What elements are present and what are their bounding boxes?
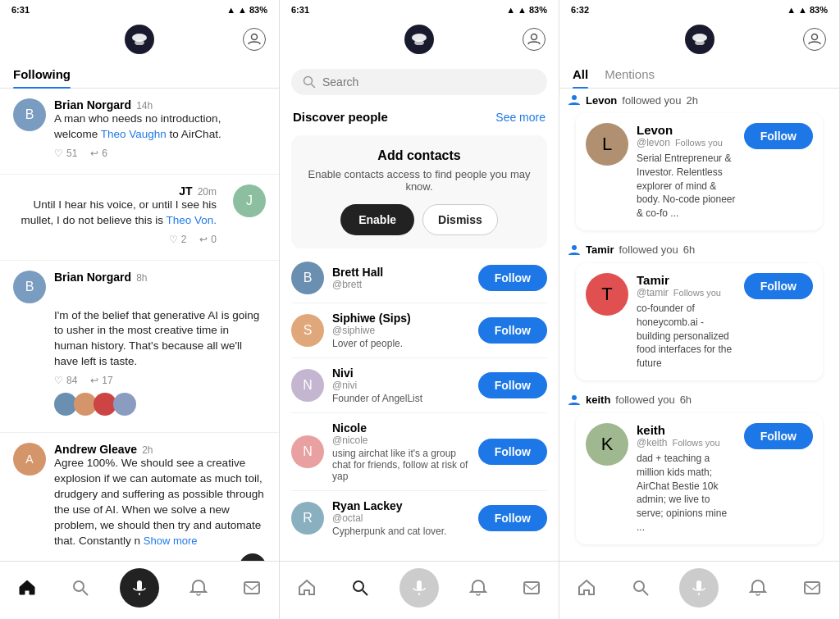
app-logo-1[interactable] (125, 25, 154, 54)
signal-icon-1: ▲ (226, 5, 235, 15)
post-1-meta: Brian Norgard 14h A man who needs no int… (54, 98, 266, 159)
show-more-btn[interactable]: Show more (144, 535, 198, 547)
post-1-link[interactable]: Theo Vaughn (101, 128, 167, 140)
search-nav-btn-3[interactable] (626, 573, 655, 603)
post-4: A Andrew Gleave 2h Agree 100%. We should… (0, 433, 279, 561)
profile-icon-3[interactable] (803, 28, 826, 51)
post-1-header: B Brian Norgard 14h A man who needs no i… (13, 98, 266, 159)
post-3-time: 8h (136, 272, 147, 284)
feed-scroll: B Brian Norgard 14h A man who needs no i… (0, 89, 279, 561)
post-2-link[interactable]: Theo Von. (166, 214, 217, 226)
notif-2-handle: @tamir (637, 287, 669, 298)
notif-3-handle-row: @keith Follows you (637, 437, 736, 448)
post-4-footer: ♡ 3 ↩ 0 (54, 553, 266, 561)
follow-brett-btn[interactable]: Follow (478, 265, 547, 291)
post-1-comments[interactable]: ↩ 6 (90, 148, 107, 159)
person-brett-handle: @brett (332, 279, 470, 290)
post-3-text: I'm of the belief that generative AI is … (54, 308, 266, 371)
post-1-likes[interactable]: ♡ 51 (54, 148, 77, 159)
tab-header-3: All Mentions (559, 61, 839, 89)
phone-following: 6:31 ▲ ▲ 83% Fol (0, 0, 280, 619)
person-ryan-info: Ryan Lackey @octal Cypherpunk and cat lo… (332, 499, 470, 537)
post-3-comments[interactable]: ↩ 17 (90, 375, 112, 386)
person-siphiwe-handle: @siphiwe (332, 325, 470, 336)
profile-icon-2[interactable] (523, 28, 546, 51)
notif-3-handle: @keith (637, 437, 668, 448)
battery-icon-3: 83% (810, 5, 828, 15)
home-nav-btn-3[interactable] (572, 573, 601, 603)
home-nav-btn-2[interactable] (292, 573, 322, 603)
status-time-3: 6:32 (571, 5, 589, 15)
follow-tamir-btn[interactable]: Follow (744, 273, 813, 299)
mail-nav-btn-2[interactable] (517, 573, 546, 603)
person-brett-name: Brett Hall (332, 266, 470, 279)
add-contacts-box: Add contacts Enable contacts access to f… (291, 135, 547, 248)
person-nicole-info: Nicole @nicole using airchat like it's a… (332, 421, 470, 482)
svg-rect-6 (137, 580, 142, 590)
post-4-time: 2h (142, 444, 153, 456)
top-nav-3 (559, 18, 839, 61)
svg-line-26 (643, 590, 648, 595)
add-contacts-desc: Enable contacts access to find people yo… (304, 168, 534, 193)
notif-2-follows: Follows you (673, 288, 721, 298)
svg-line-15 (363, 590, 368, 595)
see-more-btn[interactable]: See more (495, 111, 546, 124)
follow-nivi-btn[interactable]: Follow (478, 372, 547, 398)
post-3-header: B Brian Norgard 8h (13, 271, 266, 303)
tab-following[interactable]: Following (13, 61, 71, 88)
person-nivi-bio: Founder of AngelList (332, 393, 470, 404)
notif-1-outer: Levon followed you 2h L Levon @levon Fol… (559, 89, 839, 239)
search-bar[interactable] (291, 69, 547, 95)
heart-icon-1: ♡ (54, 148, 63, 159)
post-2-likes[interactable]: ♡ 2 (169, 234, 187, 245)
follow-levon-btn[interactable]: Follow (744, 123, 813, 149)
mail-nav-btn-3[interactable] (797, 573, 827, 603)
follow-ryan-btn[interactable]: Follow (478, 505, 547, 531)
notif-3-time: 6h (680, 394, 692, 406)
mic-nav-btn-3[interactable] (679, 568, 719, 608)
app-logo-3[interactable] (685, 25, 714, 54)
search-nav-btn-2[interactable] (345, 573, 375, 603)
phone-search: 6:31 ▲ ▲ 83% (280, 0, 559, 619)
participant-avatar-4 (113, 393, 136, 416)
search-input[interactable] (322, 75, 536, 89)
status-icons-1: ▲ ▲ 83% (226, 5, 267, 15)
svg-line-13 (312, 84, 316, 89)
notif-1-time: 2h (687, 94, 698, 107)
notif-2-user-info: Tamir @tamir Follows you co-founder of h… (637, 273, 736, 371)
heart-icon-3: ♡ (54, 375, 63, 386)
person-nicole: N Nicole @nicole using airchat like it's… (280, 413, 559, 490)
notif-3-header: keith followed you 6h (568, 394, 831, 407)
person-nicole-avatar: N (291, 435, 324, 468)
post-4-avatar: A (13, 443, 46, 476)
home-nav-btn[interactable] (12, 573, 42, 603)
post-2-comments[interactable]: ↩ 0 (199, 234, 217, 245)
tab-all[interactable]: All (573, 61, 588, 88)
follow-nicole-btn[interactable]: Follow (478, 439, 547, 465)
mic-nav-btn[interactable] (120, 568, 159, 608)
follow-keith-btn[interactable]: Follow (744, 423, 813, 449)
profile-icon-1[interactable] (243, 28, 266, 51)
bottom-nav-2 (280, 561, 559, 619)
tab-mentions[interactable]: Mentions (605, 61, 655, 88)
post-3-likes[interactable]: ♡ 84 (54, 375, 77, 386)
heart-icon-2: ♡ (169, 234, 178, 245)
wifi-icon-2: ▲ (518, 5, 527, 15)
post-4-text: Agree 100%. We should see a creative exp… (54, 456, 266, 548)
status-bar-2: 6:31 ▲ ▲ 83% (280, 0, 559, 18)
app-logo-2[interactable] (404, 25, 434, 54)
bell-nav-btn-3[interactable] (743, 573, 773, 603)
mail-nav-btn[interactable] (237, 573, 267, 603)
enable-contacts-btn[interactable]: Enable (340, 204, 414, 235)
search-nav-btn[interactable] (66, 573, 95, 603)
notif-3-username: keith (637, 423, 736, 437)
mic-nav-btn-2[interactable] (399, 568, 439, 608)
bell-nav-btn-2[interactable] (463, 573, 493, 603)
person-siphiwe-name: Siphiwe (Sips) (332, 312, 470, 325)
dismiss-contacts-btn[interactable]: Dismiss (422, 204, 498, 235)
bell-nav-btn[interactable] (184, 573, 213, 603)
follow-siphiwe-btn[interactable]: Follow (478, 317, 547, 344)
play-button-4[interactable] (240, 553, 266, 561)
signal-icon-2: ▲ (506, 5, 515, 15)
post-3: B Brian Norgard 8h I'm of the belief tha… (0, 261, 279, 434)
